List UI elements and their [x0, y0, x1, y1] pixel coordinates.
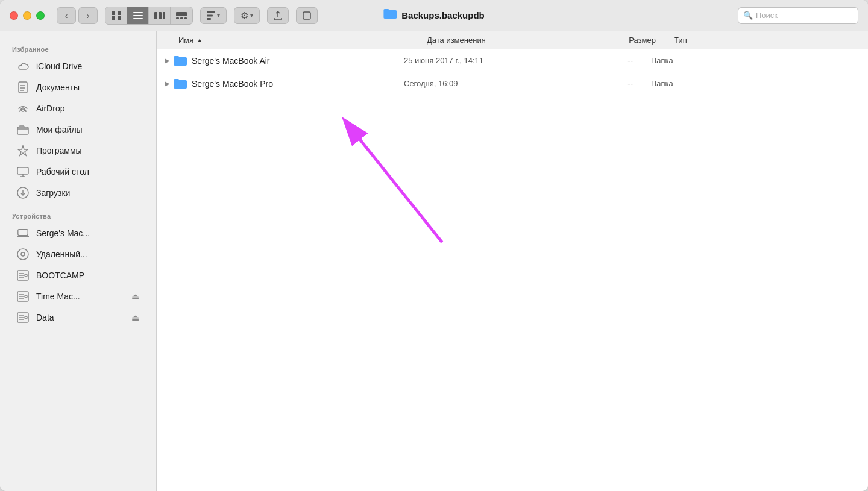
nav-buttons: ‹ ›	[57, 7, 98, 24]
action-dropdown[interactable]: ⚙ ▾	[234, 7, 260, 24]
svg-rect-13	[184, 17, 187, 19]
sidebar-label-bootcamp: BOOTCAMP	[36, 271, 84, 280]
sidebar-item-desktop[interactable]: Рабочий стол	[5, 161, 151, 182]
favorites-section-title: Избранное	[0, 41, 156, 55]
laptop-icon	[17, 227, 29, 239]
svg-rect-4	[133, 12, 143, 13]
forward-button[interactable]: ›	[78, 7, 98, 24]
svg-rect-14	[207, 11, 215, 13]
file-name-1: Serge's MacBook Air	[192, 56, 404, 66]
eject-timemac-button[interactable]: ⏏	[131, 292, 139, 301]
svg-point-26	[21, 252, 25, 256]
svg-rect-10	[176, 12, 187, 16]
sidebar-item-data[interactable]: Data ⏏	[5, 307, 151, 328]
file-date-2: Сегодня, 16:09	[404, 79, 561, 88]
sidebar-item-myfiles[interactable]: Мои файлы	[5, 119, 151, 140]
svg-rect-9	[163, 12, 165, 19]
desktop-icon	[17, 166, 29, 178]
file-type-2: Папка	[633, 79, 863, 88]
sidebar-label-airdrop: AirDrop	[36, 104, 64, 113]
sidebar-item-apps[interactable]: Программы	[5, 140, 151, 161]
svg-rect-2	[112, 16, 115, 20]
column-date-header[interactable]: Дата изменения	[427, 36, 583, 45]
svg-rect-20	[17, 127, 28, 134]
back-button[interactable]: ‹	[57, 7, 76, 24]
svg-rect-0	[112, 11, 115, 15]
disc-icon	[17, 248, 29, 260]
svg-rect-24	[20, 236, 25, 237]
column-headers: Имя ▲ Дата изменения Размер Тип	[157, 31, 868, 49]
svg-point-30	[25, 295, 27, 298]
folder-icon-1	[174, 54, 187, 67]
doc-icon	[17, 81, 29, 93]
sidebar-item-mac[interactable]: Serge's Mac...	[5, 223, 151, 243]
window-title-area: Backups.backupdb	[383, 8, 485, 22]
file-size-2: --	[561, 79, 633, 88]
svg-rect-18	[19, 82, 27, 93]
svg-point-28	[25, 274, 27, 277]
sidebar-label-remote: Удаленный...	[36, 249, 87, 259]
file-name-2: Serge's MacBook Pro	[192, 79, 404, 89]
svg-rect-5	[133, 15, 143, 16]
sidebar-label-timemac: Time Mac...	[36, 292, 80, 301]
eject-data-button[interactable]: ⏏	[131, 313, 139, 322]
tag-button[interactable]	[296, 7, 318, 24]
view-list-button[interactable]	[127, 7, 149, 24]
svg-rect-16	[207, 18, 211, 20]
sidebar-item-airdrop[interactable]: AirDrop	[5, 98, 151, 119]
window-title: Backups.backupdb	[401, 10, 485, 20]
airdrop-icon	[17, 102, 29, 114]
table-row[interactable]: ▶ Serge's MacBook Air 25 июня 2017 г., 1…	[157, 49, 868, 72]
search-placeholder: Поиск	[756, 11, 778, 20]
svg-rect-17	[303, 12, 310, 19]
svg-point-32	[25, 316, 27, 319]
search-box[interactable]: 🔍 Поиск	[738, 7, 858, 24]
hdd-icon-bootcamp	[17, 269, 29, 281]
main-area: Избранное iCloud Drive Документы	[0, 31, 868, 491]
maximize-button[interactable]	[36, 11, 45, 20]
devices-section-title: Устройства	[0, 208, 156, 222]
sidebar-label-documents: Документы	[36, 83, 80, 92]
column-name-header[interactable]: Имя ▲	[162, 36, 427, 45]
sort-arrow-icon: ▲	[197, 37, 203, 43]
downloads-icon	[17, 187, 29, 199]
sidebar-item-bootcamp[interactable]: BOOTCAMP	[5, 265, 151, 286]
sidebar-item-icloud[interactable]: iCloud Drive	[5, 56, 151, 77]
hdd-icon-timemac	[17, 290, 29, 302]
file-type-1: Папка	[633, 56, 863, 65]
sidebar-label-mac: Serge's Mac...	[36, 228, 90, 238]
minimize-button[interactable]	[23, 11, 31, 20]
sidebar-label-downloads: Загрузки	[36, 188, 70, 198]
arrange-dropdown[interactable]: ▾	[200, 7, 227, 24]
sidebar-item-documents[interactable]: Документы	[5, 77, 151, 98]
sidebar-item-downloads[interactable]: Загрузки	[5, 183, 151, 203]
file-list: ▶ Serge's MacBook Air 25 июня 2017 г., 1…	[157, 49, 868, 491]
titlebar: ‹ ›	[0, 0, 868, 31]
sidebar-label-desktop: Рабочий стол	[36, 167, 89, 177]
sidebar-label-data: Data	[36, 313, 54, 322]
svg-rect-11	[176, 17, 179, 19]
column-size-header[interactable]: Размер	[583, 36, 656, 45]
sidebar-label-icloud: iCloud Drive	[36, 61, 82, 71]
expand-arrow-1[interactable]: ▶	[162, 57, 174, 64]
sidebar-item-timemac[interactable]: Time Mac... ⏏	[5, 286, 151, 307]
search-icon: 🔍	[743, 11, 753, 20]
sidebar: Избранное iCloud Drive Документы	[0, 31, 157, 491]
sidebar-item-remote[interactable]: Удаленный...	[5, 244, 151, 264]
apps-icon	[17, 145, 29, 157]
file-date-1: 25 июня 2017 г., 14:11	[404, 56, 561, 65]
hdd-icon-data	[17, 311, 29, 324]
view-gallery-button[interactable]	[171, 7, 192, 24]
svg-point-25	[17, 249, 28, 260]
share-button[interactable]	[267, 7, 289, 24]
content-area: Имя ▲ Дата изменения Размер Тип ▶	[157, 31, 868, 491]
view-columns-button[interactable]	[149, 7, 171, 24]
view-grid-button[interactable]	[105, 7, 127, 24]
column-type-header[interactable]: Тип	[656, 36, 863, 45]
close-button[interactable]	[10, 11, 18, 20]
expand-arrow-2[interactable]: ▶	[162, 80, 174, 87]
table-row[interactable]: ▶ Serge's MacBook Pro Сегодня, 16:09 -- …	[157, 72, 868, 95]
svg-rect-12	[180, 17, 183, 19]
finder-window: ‹ ›	[0, 0, 868, 491]
cloud-icon	[17, 60, 29, 72]
